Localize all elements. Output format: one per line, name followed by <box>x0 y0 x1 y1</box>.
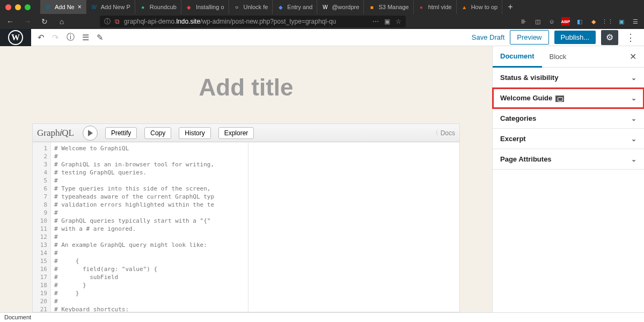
history-button[interactable]: History <box>179 127 210 139</box>
maximize-window-icon[interactable] <box>25 4 31 10</box>
graphiql-toolbar: GraphiQL Prettify Copy History Explorer … <box>33 124 459 142</box>
bookmark-icon[interactable]: ☆ <box>396 18 401 25</box>
execute-query-button[interactable] <box>83 126 98 141</box>
prettify-button[interactable]: Prettify <box>105 127 137 139</box>
info-button[interactable]: ⓘ <box>67 32 75 42</box>
sidebar-icon[interactable]: ◫ <box>533 17 542 26</box>
result-pane <box>248 142 459 312</box>
preview-button[interactable]: Preview <box>510 30 548 45</box>
ext-icon-3[interactable]: ⋮⋮ <box>603 17 612 26</box>
browser-tab[interactable]: ●html vide <box>414 0 457 14</box>
copy-button[interactable]: Copy <box>144 127 171 139</box>
tab-label: Roundcub <box>150 4 177 10</box>
close-tab-icon[interactable]: × <box>78 3 82 11</box>
favicon-icon: W <box>45 4 52 11</box>
panel-label: Page Attributes <box>500 155 552 163</box>
favicon-icon: ● <box>418 4 425 11</box>
wordpress-logo-icon[interactable]: W <box>8 30 23 45</box>
close-sidebar-button[interactable]: ✕ <box>622 52 644 62</box>
tab-block[interactable]: Block <box>542 46 574 67</box>
shield-icon: ⓘ <box>104 17 111 26</box>
window-controls <box>5 4 31 10</box>
address-bar[interactable]: ⓘ ⧉ graphql-api-demo.lndo.site/wp-admin/… <box>100 16 406 27</box>
status-bar: Document <box>0 312 644 322</box>
address-row: ← → ↻ ⌂ ⓘ ⧉ graphql-api-demo.lndo.site/w… <box>0 14 644 29</box>
reader-icon[interactable]: ▣ <box>384 18 390 25</box>
favicon-icon: ○ <box>233 4 240 11</box>
browser-tab[interactable]: ◆Installing o <box>181 0 229 14</box>
favicon-icon: W <box>91 4 98 11</box>
wp-admin-bar: W <box>0 29 31 46</box>
abp-icon[interactable]: ABP <box>561 17 570 26</box>
chevron-down-icon: ⌄ <box>631 156 636 163</box>
chevron-down-icon: ⌄ <box>631 115 636 122</box>
edit-button[interactable]: ✎ <box>97 33 104 42</box>
account-icon[interactable]: ☺ <box>547 17 556 26</box>
tab-document[interactable]: Document <box>493 47 542 68</box>
panel-label: Excerpt <box>500 135 526 143</box>
ext-icon-1[interactable]: ◧ <box>575 17 584 26</box>
browser-chrome: WAdd Ne×WAdd New P●Roundcub◆Installing o… <box>0 0 644 29</box>
editor-canvas: Add title GraphiQL Prettify Copy History… <box>0 46 492 312</box>
chevron-down-icon: ⌄ <box>631 94 636 102</box>
query-editor[interactable]: # Welcome to GraphiQL # # GraphiQL is an… <box>51 142 248 312</box>
browser-tab[interactable]: ■S3 Manage <box>364 0 413 14</box>
toolbar-extensions: ⊪ ◫ ☺ ABP ◧ ◆ ⋮⋮ ▣ ☰ <box>519 17 640 26</box>
sidebar-panel[interactable]: Welcome Guide⌄ <box>493 88 644 108</box>
menu-icon[interactable]: ☰ <box>631 17 640 26</box>
tab-label: html vide <box>428 4 452 10</box>
more-options-button[interactable]: ⋮ <box>624 32 638 43</box>
tab-label: @wordpre <box>332 4 359 10</box>
redo-button[interactable]: ↷ <box>52 33 59 42</box>
browser-tab[interactable]: ○Unlock fe <box>229 0 273 14</box>
favicon-icon: ▲ <box>461 4 468 11</box>
browser-tab[interactable]: W@wordpre <box>317 0 364 14</box>
sidebar-panel[interactable]: Excerpt⌄ <box>493 129 644 149</box>
post-title-input[interactable]: Add title <box>0 74 492 101</box>
tab-strip: WAdd Ne×WAdd New P●Roundcub◆Installing o… <box>0 0 644 14</box>
browser-tab[interactable]: WAdd New P <box>86 0 135 14</box>
browser-tab[interactable]: ◆Entry and <box>273 0 317 14</box>
favicon-icon: ◆ <box>186 4 193 11</box>
graphiql-block: GraphiQL Prettify Copy History Explorer … <box>32 123 460 312</box>
more-icon[interactable]: ⋯ <box>372 18 379 25</box>
favicon-icon: ◆ <box>277 4 284 11</box>
browser-tab[interactable]: WAdd Ne× <box>40 0 86 14</box>
library-icon[interactable]: ⊪ <box>519 17 528 26</box>
tab-label: Add Ne <box>55 4 75 10</box>
sidebar-panel[interactable]: Status & visibility⌄ <box>493 68 644 88</box>
tab-label: Installing o <box>196 4 224 10</box>
graphiql-logo: GraphiQL <box>37 128 74 138</box>
url-text: graphql-api-demo.lndo.site/wp-admin/post… <box>124 18 336 25</box>
explorer-button[interactable]: Explorer <box>218 127 254 139</box>
line-gutter: 1234567891011121314151617181920212223242… <box>33 142 51 312</box>
minimize-window-icon[interactable] <box>15 4 21 10</box>
sidebar-panel[interactable]: Categories⌄ <box>493 108 644 129</box>
tab-label: Add New P <box>101 4 130 10</box>
publish-button[interactable]: Publish... <box>554 31 596 44</box>
favicon-icon: ● <box>140 4 147 11</box>
outline-button[interactable]: ☰ <box>82 33 89 42</box>
tab-label: How to op <box>471 4 498 10</box>
new-tab-button[interactable]: + <box>502 2 518 12</box>
sidebar-tabs: Document Block ✕ <box>493 46 644 68</box>
docs-toggle[interactable]: 〈Docs <box>432 128 455 137</box>
browser-tab[interactable]: ▲How to op <box>457 0 503 14</box>
reload-button[interactable]: ↻ <box>39 17 50 26</box>
close-window-icon[interactable] <box>5 4 11 10</box>
save-draft-button[interactable]: Save Draft <box>472 33 504 41</box>
favicon-icon: W <box>321 4 328 11</box>
settings-button[interactable]: ⚙ <box>601 30 618 45</box>
editor-toolbar: ↶ ↷ ⓘ ☰ ✎ Save Draft Preview Publish... … <box>31 29 644 46</box>
settings-sidebar: Document Block ✕ Status & visibility⌄Wel… <box>492 46 644 312</box>
home-button[interactable]: ⌂ <box>56 17 68 26</box>
sidebar-panel[interactable]: Page Attributes⌄ <box>493 149 644 170</box>
tab-label: Entry and <box>287 4 312 10</box>
ext-icon-2[interactable]: ◆ <box>589 17 598 26</box>
welcome-guide-icon <box>555 96 564 102</box>
back-button[interactable]: ← <box>4 17 16 26</box>
undo-button[interactable]: ↶ <box>38 33 45 42</box>
browser-tab[interactable]: ●Roundcub <box>135 0 181 14</box>
ext-icon-4[interactable]: ▣ <box>617 17 626 26</box>
forward-button[interactable]: → <box>21 17 33 26</box>
